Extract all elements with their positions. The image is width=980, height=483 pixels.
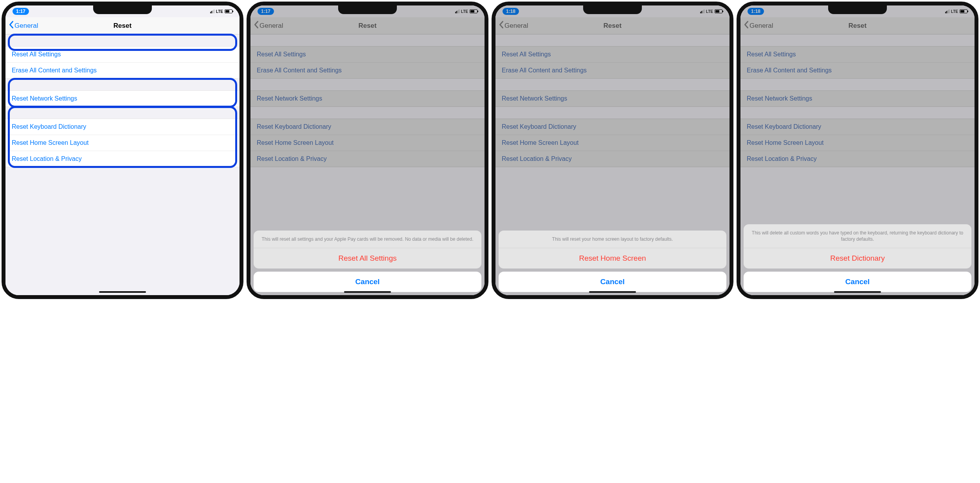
settings-row[interactable]: Reset All Settings [740,47,975,62]
nav-bar: GeneralReset [495,17,730,34]
status-indicators: LTE [700,9,722,14]
phone-mockup: 1:17LTEGeneralResetReset All SettingsEra… [247,2,488,299]
settings-group: Reset All SettingsErase All Content and … [250,46,485,79]
nav-bar: GeneralReset [740,17,975,34]
sheet-message: This will delete all custom words you ha… [744,224,971,248]
settings-row[interactable]: Erase All Content and Settings [740,62,975,78]
sheet-destructive-button[interactable]: Reset All Settings [254,248,481,269]
status-indicators: LTE [945,9,967,14]
phone-mockup: 1:17LTEGeneralResetReset All SettingsEra… [2,2,243,299]
page-title: Reset [603,22,622,30]
settings-row[interactable]: Reset Home Screen Layout [740,135,975,151]
settings-row[interactable]: Reset Location & Privacy [250,151,485,167]
signal-icon [210,9,214,13]
battery-icon [470,9,477,13]
device-notch [583,5,642,14]
signal-icon [700,9,704,13]
nav-bar: GeneralReset [5,17,240,34]
settings-row[interactable]: Reset Keyboard Dictionary [5,119,240,135]
status-indicators: LTE [455,9,477,14]
chevron-back-icon [744,21,749,31]
carrier-label: LTE [461,9,468,14]
sheet-cancel-button[interactable]: Cancel [499,272,726,292]
action-sheet: This will reset all settings and your Ap… [254,231,481,292]
home-indicator[interactable] [99,291,146,293]
signal-icon [455,9,459,13]
settings-row[interactable]: Reset Keyboard Dictionary [740,119,975,135]
home-indicator[interactable] [589,291,636,293]
sheet-message: This will reset all settings and your Ap… [254,231,481,248]
settings-row[interactable]: Reset Home Screen Layout [495,135,730,151]
settings-row[interactable]: Reset Network Settings [5,91,240,106]
settings-row[interactable]: Reset All Settings [5,47,240,62]
back-label: General [504,22,528,30]
nav-bar: GeneralReset [250,17,485,34]
settings-row[interactable]: Erase All Content and Settings [250,62,485,78]
carrier-label: LTE [951,9,958,14]
action-sheet: This will reset your home screen layout … [499,231,726,292]
battery-icon [225,9,232,13]
settings-row[interactable]: Reset Network Settings [250,91,485,106]
back-label: General [14,22,38,30]
settings-group: Reset Keyboard DictionaryReset Home Scre… [5,119,240,167]
settings-group: Reset All SettingsErase All Content and … [495,46,730,79]
settings-row[interactable]: Reset All Settings [495,47,730,62]
sheet-cancel-button[interactable]: Cancel [744,272,971,292]
chevron-back-icon [9,21,14,31]
carrier-label: LTE [706,9,713,14]
settings-group: Reset Network Settings [740,90,975,107]
page-title: Reset [358,22,377,30]
settings-row[interactable]: Reset Location & Privacy [740,151,975,167]
settings-row[interactable]: Reset All Settings [250,47,485,62]
action-sheet: This will delete all custom words you ha… [744,224,971,292]
status-time[interactable]: 1:18 [503,8,519,15]
settings-row[interactable]: Erase All Content and Settings [495,62,730,78]
device-notch [828,5,887,14]
settings-row[interactable]: Reset Location & Privacy [495,151,730,167]
phone-mockup: 1:18LTEGeneralResetReset All SettingsEra… [492,2,733,299]
settings-group: Reset All SettingsErase All Content and … [5,46,240,79]
sheet-message: This will reset your home screen layout … [499,231,726,248]
page-title: Reset [113,22,132,30]
settings-row[interactable]: Reset Network Settings [740,91,975,106]
settings-group: Reset Network Settings [5,90,240,107]
phone-mockup: 1:18LTEGeneralResetReset All SettingsEra… [737,2,978,299]
chevron-back-icon [499,21,504,31]
back-label: General [259,22,283,30]
settings-row[interactable]: Erase All Content and Settings [5,62,240,78]
sheet-destructive-button[interactable]: Reset Home Screen [499,248,726,269]
chevron-back-icon [254,21,259,31]
settings-row[interactable]: Reset Keyboard Dictionary [495,119,730,135]
back-button[interactable]: General [499,21,528,31]
carrier-label: LTE [216,9,223,14]
device-notch [338,5,397,14]
status-indicators: LTE [210,9,232,14]
back-label: General [749,22,773,30]
settings-row[interactable]: Reset Network Settings [495,91,730,106]
sheet-cancel-button[interactable]: Cancel [254,272,481,292]
back-button[interactable]: General [744,21,773,31]
back-button[interactable]: General [9,21,38,31]
settings-row[interactable]: Reset Location & Privacy [5,151,240,167]
battery-icon [960,9,967,13]
page-title: Reset [848,22,867,30]
battery-icon [715,9,722,13]
settings-group: Reset Keyboard DictionaryReset Home Scre… [250,119,485,167]
settings-group: Reset Network Settings [495,90,730,107]
signal-icon [945,9,949,13]
settings-group: Reset Keyboard DictionaryReset Home Scre… [495,119,730,167]
home-indicator[interactable] [344,291,391,293]
status-time[interactable]: 1:18 [748,8,764,15]
settings-group: Reset Keyboard DictionaryReset Home Scre… [740,119,975,167]
settings-row[interactable]: Reset Home Screen Layout [5,135,240,151]
status-time[interactable]: 1:17 [258,8,274,15]
status-time[interactable]: 1:17 [13,8,29,15]
back-button[interactable]: General [254,21,283,31]
settings-row[interactable]: Reset Keyboard Dictionary [250,119,485,135]
sheet-destructive-button[interactable]: Reset Dictionary [744,248,971,269]
settings-group: Reset All SettingsErase All Content and … [740,46,975,79]
status-bar: 1:17LTE [5,5,240,17]
settings-group: Reset Network Settings [250,90,485,107]
settings-row[interactable]: Reset Home Screen Layout [250,135,485,151]
home-indicator[interactable] [834,291,881,293]
